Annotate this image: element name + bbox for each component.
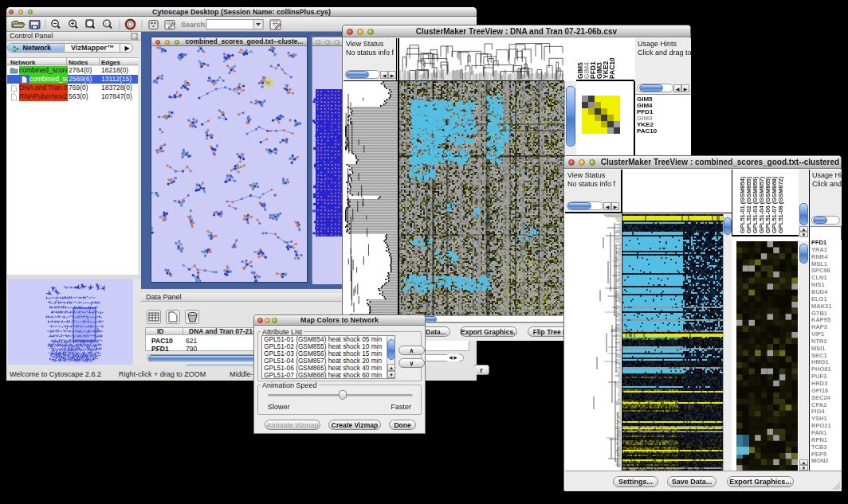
svg-text:Search:: Search:: [181, 21, 207, 29]
svg-text:1:1: 1:1: [105, 22, 111, 26]
